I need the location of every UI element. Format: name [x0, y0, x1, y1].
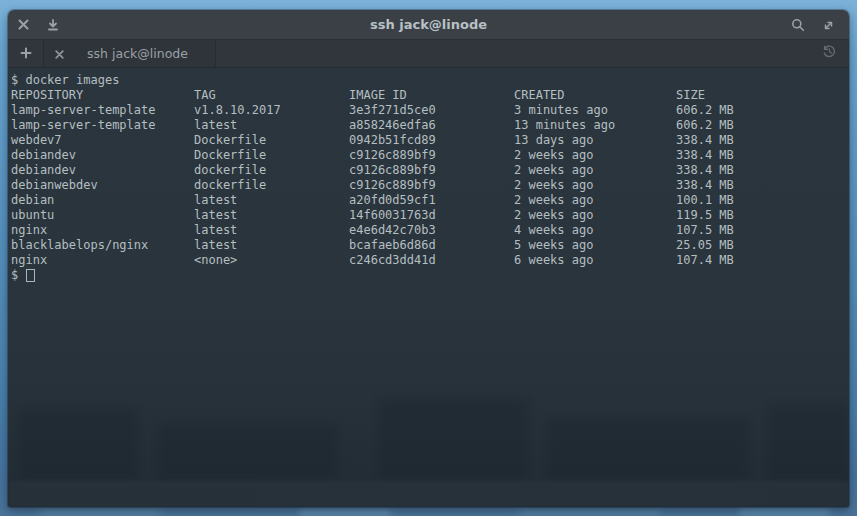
table-cell: latest — [194, 223, 349, 238]
table-header-row: REPOSITORYTAGIMAGE IDCREATEDSIZE — [11, 88, 849, 103]
table-row: webdev7Dockerfile0942b51fcd8913 days ago… — [11, 133, 849, 148]
table-cell: 338.4 MB — [676, 148, 849, 163]
table-cell: 4 weeks ago — [514, 223, 676, 238]
table-cell: ubuntu — [11, 208, 194, 223]
table-cell: latest — [194, 208, 349, 223]
prompt-line: $ — [11, 268, 849, 283]
table-cell: 606.2 MB — [676, 103, 849, 118]
new-tab-button[interactable] — [8, 40, 44, 67]
desktop-skyline-blur — [40, 509, 160, 516]
table-cell: 14f60031763d — [349, 208, 514, 223]
tab-label: ssh jack@linode — [74, 46, 215, 61]
table-row: blacklabelops/nginxlatestbcafaeb6d86d5 w… — [11, 238, 849, 253]
table-cell: dockerfile — [194, 178, 349, 193]
table-cell: blacklabelops/nginx — [11, 238, 194, 253]
table-cell: 107.4 MB — [676, 253, 849, 268]
table-cell: lamp-server-template — [11, 118, 194, 133]
tab-close-button[interactable] — [44, 40, 74, 67]
desktop: { "window": { "title": "ssh jack@linode"… — [0, 0, 857, 516]
table-cell: webdev7 — [11, 133, 194, 148]
table-cell: 2 weeks ago — [514, 148, 676, 163]
table-cell: Dockerfile — [194, 133, 349, 148]
terminal-cursor — [26, 269, 35, 282]
fullscreen-button[interactable] — [813, 10, 843, 40]
tab-close-icon — [55, 44, 64, 63]
table-cell: <none> — [194, 253, 349, 268]
table-row: lamp-server-templatev1.8.10.20173e3f271d… — [11, 103, 849, 118]
tabbar: ssh jack@linode — [8, 40, 849, 68]
table-cell: 338.4 MB — [676, 163, 849, 178]
table-cell: a20fd0d59cf1 — [349, 193, 514, 208]
terminal-screen[interactable]: $ docker images REPOSITORYTAGIMAGE IDCRE… — [8, 68, 849, 507]
fullscreen-icon — [822, 19, 835, 32]
table-row: ubuntulatest14f60031763d2 weeks ago119.5… — [11, 208, 849, 223]
column-header: IMAGE ID — [349, 88, 514, 103]
table-cell: nginx — [11, 253, 194, 268]
table-cell: 2 weeks ago — [514, 163, 676, 178]
table-cell: 3e3f271d5ce0 — [349, 103, 514, 118]
table-cell: latest — [194, 238, 349, 253]
table-cell: 2 weeks ago — [514, 193, 676, 208]
close-window-button[interactable] — [8, 10, 38, 40]
table-cell: 119.5 MB — [676, 208, 849, 223]
table-cell: latest — [194, 193, 349, 208]
column-header: TAG — [194, 88, 349, 103]
table-cell: Dockerfile — [194, 148, 349, 163]
table-cell: e4e6d42c70b3 — [349, 223, 514, 238]
new-tab-icon — [20, 44, 32, 63]
table-cell: bcafaeb6d86d — [349, 238, 514, 253]
download-button[interactable] — [38, 10, 68, 40]
table-cell: 25.05 MB — [676, 238, 849, 253]
table-cell: c9126c889bf9 — [349, 148, 514, 163]
terminal-skyline-blur — [18, 409, 138, 479]
terminal-bottom-band — [8, 481, 849, 507]
table-row: nginxlateste4e6d42c70b34 weeks ago107.5 … — [11, 223, 849, 238]
terminal-skyline-blur — [768, 404, 848, 479]
table-row: debianlatesta20fd0d59cf12 weeks ago100.1… — [11, 193, 849, 208]
terminal-window: ssh jack@linode — [8, 10, 849, 507]
table-cell: 0942b51fcd89 — [349, 133, 514, 148]
window-title: ssh jack@linode — [8, 17, 849, 32]
table-cell: 2 weeks ago — [514, 178, 676, 193]
table-cell: 3 minutes ago — [514, 103, 676, 118]
table-cell: lamp-server-template — [11, 103, 194, 118]
table-row: lamp-server-templatelatesta858246edfa613… — [11, 118, 849, 133]
tab-ssh-jack-linode[interactable]: ssh jack@linode — [44, 40, 216, 67]
desktop-skyline-blur — [300, 510, 390, 516]
table-cell: nginx — [11, 223, 194, 238]
table-cell: 13 days ago — [514, 133, 676, 148]
table-cell: 6 weeks ago — [514, 253, 676, 268]
table-cell: c246cd3dd41d — [349, 253, 514, 268]
table-row: debiandevdockerfilec9126c889bf92 weeks a… — [11, 163, 849, 178]
table-cell: 2 weeks ago — [514, 208, 676, 223]
close-icon — [18, 19, 29, 30]
table-cell: 5 weeks ago — [514, 238, 676, 253]
history-button[interactable] — [815, 40, 843, 67]
terminal-skyline-blur — [158, 424, 338, 479]
terminal-skyline-blur — [548, 419, 748, 479]
search-button[interactable] — [783, 10, 813, 40]
table-cell: v1.8.10.2017 — [194, 103, 349, 118]
table-cell: debianwebdev — [11, 178, 194, 193]
table-cell: 13 minutes ago — [514, 118, 676, 133]
search-icon — [791, 18, 805, 32]
table-cell: c9126c889bf9 — [349, 178, 514, 193]
table-cell: 107.5 MB — [676, 223, 849, 238]
column-header: CREATED — [514, 88, 676, 103]
table-row: nginx<none>c246cd3dd41d6 weeks ago107.4 … — [11, 253, 849, 268]
table-cell: debiandev — [11, 148, 194, 163]
desktop-skyline-blur — [520, 509, 660, 516]
desktop-skyline-blur — [740, 508, 830, 516]
table-cell: a858246edfa6 — [349, 118, 514, 133]
table-body: lamp-server-templatev1.8.10.20173e3f271d… — [11, 103, 849, 268]
table-cell: 606.2 MB — [676, 118, 849, 133]
table-cell: 100.1 MB — [676, 193, 849, 208]
titlebar[interactable]: ssh jack@linode — [8, 10, 849, 40]
terminal-skyline-blur — [378, 399, 528, 479]
prompt: $ — [11, 268, 18, 283]
column-header: SIZE — [676, 88, 849, 103]
column-header: REPOSITORY — [11, 88, 194, 103]
table-row: debianwebdevdockerfilec9126c889bf92 week… — [11, 178, 849, 193]
table-cell: 338.4 MB — [676, 133, 849, 148]
table-cell: c9126c889bf9 — [349, 163, 514, 178]
